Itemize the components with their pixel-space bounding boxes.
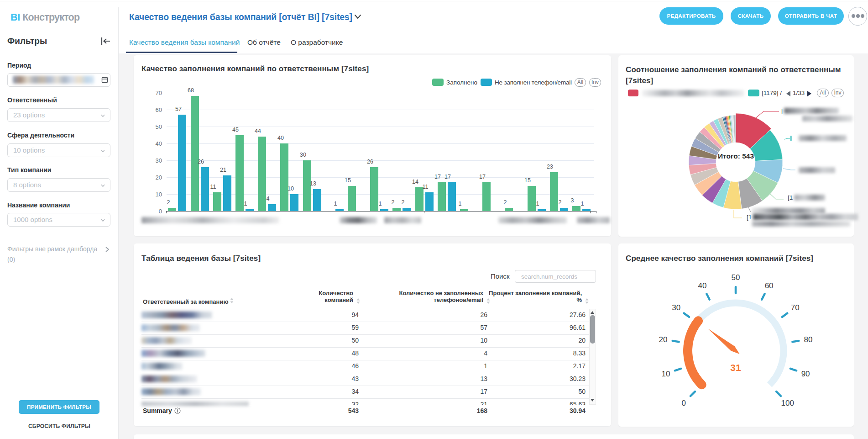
svg-text:70: 70 (791, 303, 800, 312)
svg-text:40: 40 (698, 281, 706, 290)
svg-text:100: 100 (781, 399, 794, 407)
svg-text:80: 80 (804, 335, 813, 344)
svg-text:30: 30 (672, 303, 680, 312)
svg-text:50: 50 (732, 273, 740, 282)
svg-text:31: 31 (730, 362, 741, 373)
svg-text:20: 20 (659, 335, 668, 344)
svg-text:10: 10 (661, 370, 670, 378)
svg-text:0: 0 (681, 399, 685, 407)
svg-text:90: 90 (801, 370, 810, 378)
svg-text:60: 60 (765, 281, 774, 290)
